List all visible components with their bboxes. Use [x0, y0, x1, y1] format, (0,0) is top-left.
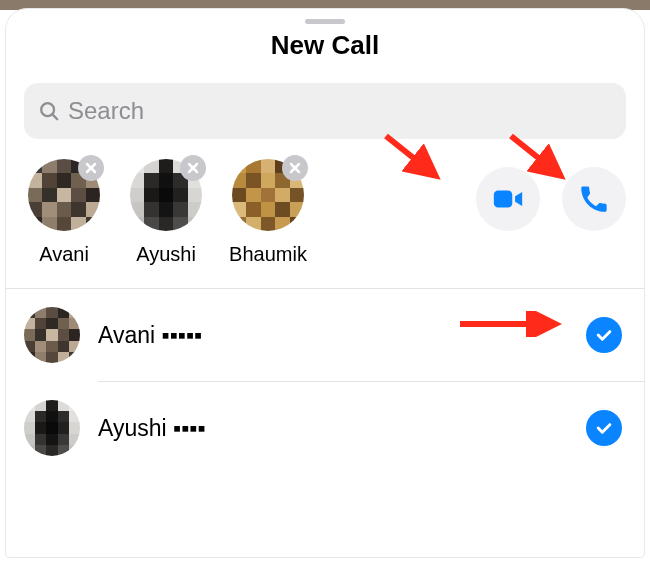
contact-name: Avani ▪▪▪▪▪: [98, 322, 568, 349]
avatar: [232, 159, 304, 231]
avatar: [28, 159, 100, 231]
check-icon: [594, 418, 614, 438]
remove-participant-button[interactable]: [78, 155, 104, 181]
svg-rect-8: [494, 191, 512, 208]
new-call-sheet: New Call: [5, 8, 645, 558]
search-field[interactable]: [24, 83, 626, 139]
selected-chip-name: Bhaumik: [229, 243, 307, 266]
close-icon: [289, 162, 301, 174]
selected-chip-name: Ayushi: [136, 243, 196, 266]
video-icon: [491, 182, 525, 216]
call-action-buttons: [476, 167, 626, 231]
avatar-placeholder: [24, 400, 80, 456]
check-icon: [594, 325, 614, 345]
avatar-placeholder: [24, 307, 80, 363]
search-input[interactable]: [68, 97, 612, 125]
selected-chip[interactable]: Bhaumik: [228, 159, 308, 266]
selection-checkmark[interactable]: [586, 317, 622, 353]
sheet-grabber[interactable]: [305, 19, 345, 24]
avatar: [130, 159, 202, 231]
audio-call-button[interactable]: [562, 167, 626, 231]
remove-participant-button[interactable]: [180, 155, 206, 181]
phone-icon: [579, 184, 609, 214]
selected-participants-row: Avani: [6, 153, 644, 288]
contact-row[interactable]: Ayushi ▪▪▪▪: [6, 382, 644, 474]
selected-chip-name: Avani: [39, 243, 89, 266]
contact-row[interactable]: Avani ▪▪▪▪▪: [6, 289, 644, 381]
close-icon: [85, 162, 97, 174]
remove-participant-button[interactable]: [282, 155, 308, 181]
selected-chip[interactable]: Avani: [24, 159, 104, 266]
contact-name: Ayushi ▪▪▪▪: [98, 415, 568, 442]
selection-checkmark[interactable]: [586, 410, 622, 446]
video-call-button[interactable]: [476, 167, 540, 231]
selected-chip[interactable]: Ayushi: [126, 159, 206, 266]
search-icon: [38, 100, 60, 122]
close-icon: [187, 162, 199, 174]
page-title: New Call: [6, 30, 644, 61]
avatar: [24, 307, 80, 363]
svg-line-1: [53, 115, 58, 120]
selected-participants: Avani: [24, 159, 476, 266]
avatar: [24, 400, 80, 456]
